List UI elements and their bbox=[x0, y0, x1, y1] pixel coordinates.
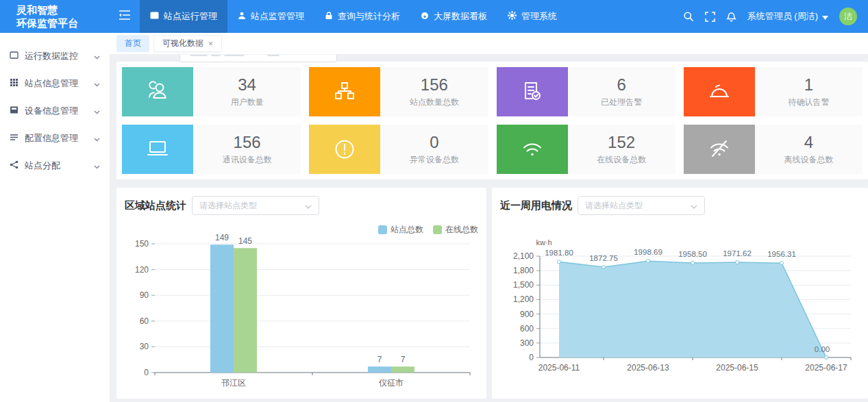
svg-text:30: 30 bbox=[140, 342, 149, 351]
tab-label: 可视化数据 bbox=[162, 38, 203, 49]
bell-icon[interactable] bbox=[726, 11, 736, 22]
wifi-off-icon bbox=[684, 125, 755, 174]
site-type-select[interactable]: 请选择站点类型 bbox=[192, 196, 319, 215]
stat-card: 156通讯设备总数 bbox=[122, 125, 301, 174]
svg-text:90: 90 bbox=[140, 290, 149, 300]
stats-grid: 34用户数量156站点数量总数6已处理告警1待确认告警156通讯设备总数0异常设… bbox=[122, 67, 863, 174]
stat-value: 156 bbox=[234, 133, 261, 152]
top-nav: 站点运行管理 站点监管管理 查询与统计分析 大屏数据看板 管理系统 bbox=[140, 0, 567, 33]
chevron-down-icon bbox=[691, 199, 697, 212]
stat-card-body: 156站点数量总数 bbox=[380, 67, 488, 116]
stat-card-body: 34用户数量 bbox=[193, 67, 301, 116]
svg-text:7: 7 bbox=[377, 355, 382, 364]
user-icon bbox=[238, 12, 246, 22]
gear-icon bbox=[508, 11, 517, 22]
chevron-down-icon bbox=[94, 134, 100, 144]
legend-item-online[interactable]: 在线总数 bbox=[433, 225, 478, 234]
collapse-menu-icon bbox=[119, 10, 131, 23]
svg-text:2025-06-15: 2025-06-15 bbox=[716, 363, 758, 373]
site-type-select[interactable]: 请选择站点类型 bbox=[578, 196, 705, 215]
doc-check-icon bbox=[497, 67, 568, 116]
stat-label: 通讯设备总数 bbox=[223, 154, 272, 166]
stat-label: 待确认告警 bbox=[788, 97, 829, 108]
sidebar-item-device-info[interactable]: 设备信息管理 bbox=[0, 97, 110, 125]
search-icon[interactable] bbox=[683, 11, 694, 22]
tab-home[interactable]: 首页 bbox=[116, 35, 149, 52]
select-placeholder: 请选择站点类型 bbox=[199, 200, 305, 212]
stat-label: 异常设备总数 bbox=[410, 154, 459, 166]
nav-item-query-statistics[interactable]: 查询与统计分析 bbox=[314, 0, 410, 33]
main-content: 34用户数量156站点数量总数6已处理告警1待确认告警156通讯设备总数0异常设… bbox=[116, 62, 868, 399]
weekly-power-area-chart: kw·h03006009001,2001,5001,8002,1001981.8… bbox=[500, 221, 860, 397]
svg-text:0: 0 bbox=[144, 368, 149, 377]
stat-value: 156 bbox=[421, 75, 448, 95]
app-header: 灵和智慧 环保监管平台 站点运行管理 站点监管管理 查询与统计分析 bbox=[0, 0, 868, 33]
collapse-sidebar-button[interactable] bbox=[110, 10, 140, 23]
svg-text:60: 60 bbox=[140, 316, 149, 326]
stat-label: 站点数量总数 bbox=[410, 97, 459, 108]
sidebar-item-label: 站点信息管理 bbox=[25, 77, 88, 90]
user-name: 系统管理员 (周洁) bbox=[747, 10, 818, 23]
warning-icon bbox=[309, 125, 380, 174]
grid-icon bbox=[10, 78, 18, 89]
stat-card-body: 156通讯设备总数 bbox=[193, 125, 301, 174]
stat-value: 6 bbox=[617, 75, 625, 95]
avatar[interactable]: 洁 bbox=[839, 8, 857, 25]
user-menu[interactable]: 系统管理员 (周洁) bbox=[747, 10, 828, 23]
sidebar: 运行数据监控 站点信息管理 设备信息管理 配置信息管理 站点分配 bbox=[0, 33, 110, 402]
sidebar-item-label: 运行数据监控 bbox=[25, 50, 88, 62]
tab-bar: 首页 可视化数据 × bbox=[110, 33, 868, 55]
stat-card: 6已处理告警 bbox=[497, 67, 675, 116]
device-icon bbox=[10, 105, 18, 116]
svg-text:149: 149 bbox=[215, 234, 229, 242]
sidebar-item-site-assignment[interactable]: 站点分配 bbox=[0, 152, 110, 179]
fullscreen-icon[interactable] bbox=[705, 12, 715, 22]
stat-value: 1 bbox=[804, 75, 813, 95]
lock-icon bbox=[325, 12, 333, 22]
close-icon[interactable]: × bbox=[208, 40, 213, 48]
share-icon bbox=[10, 160, 18, 171]
stat-value: 152 bbox=[608, 133, 635, 152]
monitor-icon bbox=[10, 51, 18, 62]
sidebar-item-config-info[interactable]: 配置信息管理 bbox=[0, 125, 110, 152]
select-placeholder: 请选择站点类型 bbox=[585, 200, 691, 212]
nav-item-label: 查询与统计分析 bbox=[338, 10, 400, 23]
app-logo: 灵和智慧 环保监管平台 bbox=[0, 3, 110, 30]
panel-title: 区域站点统计 bbox=[125, 199, 186, 212]
svg-text:1,800: 1,800 bbox=[513, 266, 534, 275]
svg-text:kw·h: kw·h bbox=[536, 238, 551, 247]
nav-item-big-screen[interactable]: 大屏数据看板 bbox=[410, 0, 497, 33]
legend-label: 站点总数 bbox=[390, 224, 423, 236]
svg-text:120: 120 bbox=[135, 265, 149, 275]
dashboard-icon bbox=[150, 11, 159, 22]
svg-text:0: 0 bbox=[529, 353, 534, 362]
sidebar-item-label: 设备信息管理 bbox=[25, 105, 88, 117]
stat-card-body: 4离线设备总数 bbox=[755, 125, 863, 174]
nav-item-site-supervision[interactable]: 站点监管管理 bbox=[227, 0, 314, 33]
svg-text:1958.50: 1958.50 bbox=[678, 250, 707, 258]
stat-card-body: 1待确认告警 bbox=[755, 67, 863, 116]
sidebar-item-site-info[interactable]: 站点信息管理 bbox=[0, 70, 110, 97]
svg-text:0.00: 0.00 bbox=[815, 345, 830, 353]
nav-item-admin-system[interactable]: 管理系统 bbox=[497, 0, 567, 33]
stat-label: 在线设备总数 bbox=[597, 154, 646, 166]
svg-text:2025-06-13: 2025-06-13 bbox=[627, 363, 669, 373]
header-actions: 系统管理员 (周洁) 洁 bbox=[683, 8, 868, 25]
stat-value: 34 bbox=[238, 75, 256, 95]
nav-item-label: 站点运行管理 bbox=[164, 10, 217, 23]
stat-label: 用户数量 bbox=[231, 97, 264, 108]
svg-text:邗江区: 邗江区 bbox=[221, 378, 246, 388]
avatar-text: 洁 bbox=[844, 11, 852, 23]
stat-card: 152在线设备总数 bbox=[497, 125, 675, 174]
nav-item-label: 站点监管管理 bbox=[251, 10, 304, 23]
legend-swatch bbox=[378, 225, 387, 234]
sidebar-item-running-data[interactable]: 运行数据监控 bbox=[0, 42, 110, 70]
stat-card-body: 0异常设备总数 bbox=[380, 125, 488, 174]
tab-visual-data[interactable]: 可视化数据 × bbox=[153, 35, 222, 52]
chevron-down-icon bbox=[94, 79, 100, 89]
chevron-down-icon bbox=[305, 199, 312, 212]
legend-item-total[interactable]: 站点总数 bbox=[378, 225, 423, 234]
nav-item-site-operation[interactable]: 站点运行管理 bbox=[140, 0, 227, 33]
stat-card: 156站点数量总数 bbox=[309, 67, 488, 116]
legend-label: 在线总数 bbox=[445, 224, 478, 236]
